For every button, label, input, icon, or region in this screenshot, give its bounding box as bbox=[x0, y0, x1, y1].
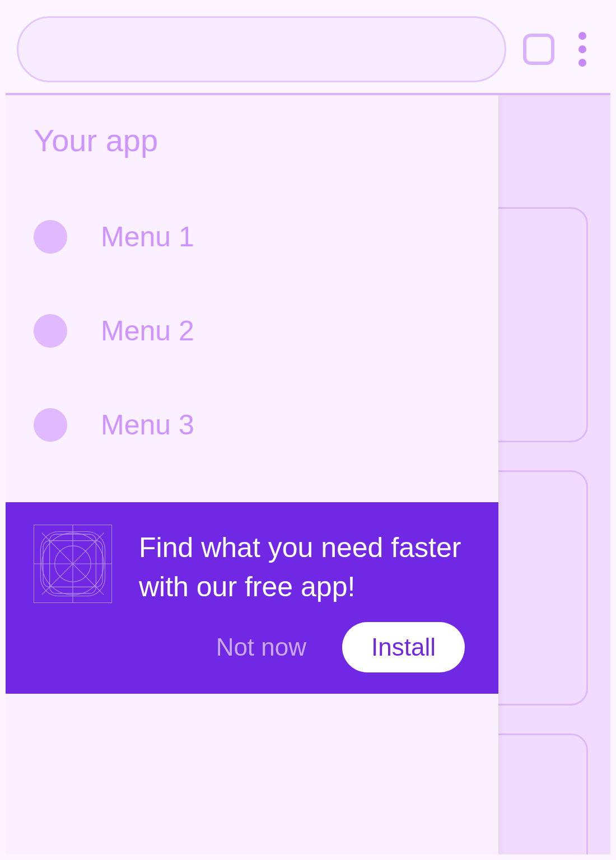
tabs-button[interactable] bbox=[523, 34, 554, 65]
menu-icon bbox=[34, 220, 67, 254]
app-keyline-icon bbox=[34, 525, 112, 603]
menu-item-1[interactable]: Menu 1 bbox=[34, 198, 470, 276]
menu-icon bbox=[34, 408, 67, 442]
banner-content: Find what you need faster with our free … bbox=[34, 525, 470, 606]
dot-icon bbox=[578, 59, 586, 67]
banner-actions: Not now Install bbox=[34, 622, 470, 672]
menu-label: Menu 2 bbox=[101, 315, 194, 347]
overflow-menu-button[interactable] bbox=[571, 32, 599, 67]
menu-list: Menu 1 Menu 2 Menu 3 bbox=[6, 181, 498, 497]
menu-item-3[interactable]: Menu 3 bbox=[34, 386, 470, 464]
banner-message: Find what you need faster with our free … bbox=[139, 525, 470, 606]
dot-icon bbox=[578, 45, 586, 53]
not-now-button[interactable]: Not now bbox=[203, 623, 320, 671]
browser-top-bar bbox=[6, 6, 610, 93]
menu-item-2[interactable]: Menu 2 bbox=[34, 292, 470, 370]
navigation-drawer: Your app Menu 1 Menu 2 Menu 3 bbox=[6, 95, 498, 854]
menu-label: Menu 3 bbox=[101, 409, 194, 441]
drawer-header: Your app bbox=[6, 95, 498, 181]
menu-label: Menu 1 bbox=[101, 221, 194, 253]
drawer-bottom-space bbox=[6, 694, 498, 854]
menu-icon bbox=[34, 314, 67, 348]
dot-icon bbox=[578, 32, 586, 40]
install-banner: Find what you need faster with our free … bbox=[6, 502, 498, 694]
url-bar[interactable] bbox=[17, 16, 506, 82]
app-title: Your app bbox=[34, 122, 470, 158]
content-area: Your app Menu 1 Menu 2 Menu 3 bbox=[6, 93, 610, 854]
install-button[interactable]: Install bbox=[342, 622, 465, 672]
phone-frame: Your app Menu 1 Menu 2 Menu 3 bbox=[6, 6, 610, 854]
